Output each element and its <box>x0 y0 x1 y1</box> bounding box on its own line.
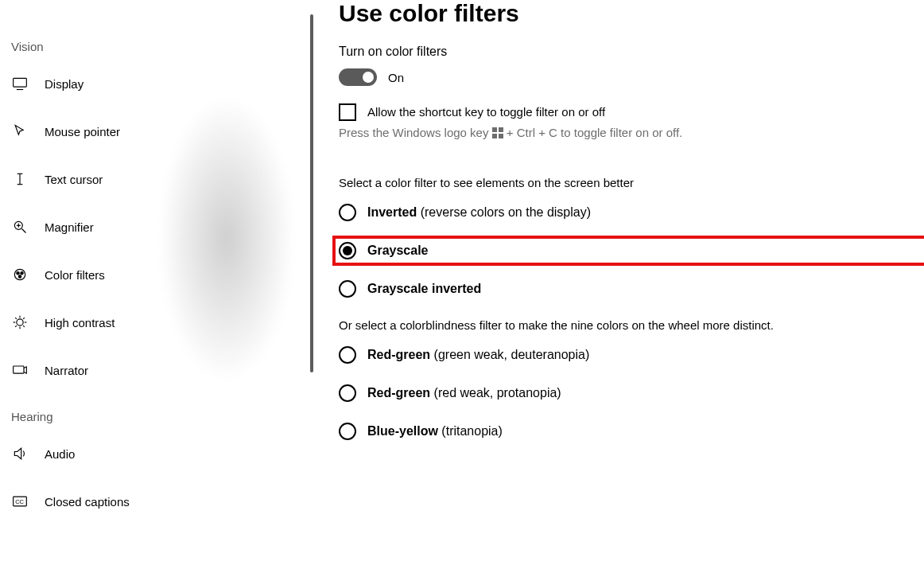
narrator-icon <box>11 361 29 379</box>
svg-line-18 <box>15 318 17 319</box>
sidebar-item-color-filters[interactable]: Color filters <box>0 251 318 298</box>
svg-point-10 <box>17 272 19 275</box>
sidebar-item-label: Text cursor <box>45 173 103 186</box>
page-title: Use color filters <box>339 0 924 27</box>
toggle-state-label: On <box>388 71 404 84</box>
color-filters-icon <box>11 266 29 283</box>
mouse-pointer-icon <box>11 123 29 140</box>
radio-indicator <box>339 242 356 259</box>
svg-point-11 <box>21 272 23 275</box>
sidebar-item-high-contrast[interactable]: High contrast <box>0 298 318 346</box>
sidebar-item-label: Magnifier <box>45 220 94 234</box>
sidebar-item-label: Display <box>45 77 83 91</box>
settings-content: Use color filters Turn on color filters … <box>318 0 924 573</box>
radio-label: Blue-yellow (tritanopia) <box>367 424 503 439</box>
settings-sidebar: Vision Display Mouse pointer Text cursor… <box>0 0 318 573</box>
svg-rect-26 <box>499 127 503 132</box>
sidebar-scrollbar[interactable] <box>310 14 313 372</box>
sidebar-item-mouse-pointer[interactable]: Mouse pointer <box>0 107 318 155</box>
svg-rect-25 <box>492 127 497 132</box>
radio-indicator <box>339 204 356 221</box>
svg-line-21 <box>15 325 17 327</box>
radio-label: Grayscale <box>367 244 429 258</box>
shortcut-hint: Press the Windows logo key + Ctrl + C to… <box>339 126 924 139</box>
svg-text:CC: CC <box>15 498 24 505</box>
svg-line-20 <box>23 318 25 319</box>
radio-deuteranopia[interactable]: Red-green (green weak, deuteranopia) <box>339 346 924 364</box>
sidebar-group-vision: Vision <box>0 24 318 60</box>
svg-rect-0 <box>14 78 27 87</box>
sidebar-item-text-cursor[interactable]: Text cursor <box>0 155 318 203</box>
svg-rect-28 <box>499 134 503 138</box>
sidebar-item-label: Color filters <box>45 268 105 282</box>
audio-icon <box>11 445 29 462</box>
high-contrast-icon <box>11 314 29 331</box>
sidebar-item-label: Mouse pointer <box>45 125 120 138</box>
text-cursor-icon <box>11 170 29 188</box>
sidebar-item-audio[interactable]: Audio <box>0 430 318 477</box>
radio-indicator <box>339 346 356 364</box>
shortcut-checkbox[interactable] <box>339 103 356 121</box>
radio-label: Red-green (red weak, protanopia) <box>367 386 561 400</box>
toggle-knob <box>363 72 374 83</box>
sidebar-item-closed-captions[interactable]: CC Closed captions <box>0 477 318 525</box>
sidebar-item-narrator[interactable]: Narrator <box>0 346 318 394</box>
svg-line-6 <box>22 229 26 233</box>
sidebar-item-label: Narrator <box>45 364 88 377</box>
magnifier-icon <box>11 218 29 236</box>
color-filter-section: Select a color filter to see elements on… <box>339 176 924 298</box>
radio-protanopia[interactable]: Red-green (red weak, protanopia) <box>339 384 924 402</box>
radio-label: Inverted (reverse colors on the display) <box>367 205 591 220</box>
sidebar-item-label: Closed captions <box>45 495 130 509</box>
radio-inverted[interactable]: Inverted (reverse colors on the display) <box>339 204 924 221</box>
svg-rect-27 <box>492 134 497 138</box>
radio-indicator <box>339 384 356 402</box>
svg-point-13 <box>17 319 23 325</box>
radio-indicator <box>339 280 356 298</box>
colorblind-heading: Or select a colorblindness filter to mak… <box>339 318 784 332</box>
radio-grayscale[interactable]: Grayscale <box>339 242 924 259</box>
sidebar-group-hearing: Hearing <box>0 394 318 430</box>
radio-indicator <box>339 423 356 440</box>
colorblind-section: Or select a colorblindness filter to mak… <box>339 318 924 440</box>
radio-grayscale-inverted[interactable]: Grayscale inverted <box>339 280 924 298</box>
windows-key-icon <box>492 127 503 138</box>
svg-line-19 <box>23 325 25 327</box>
radio-tritanopia[interactable]: Blue-yellow (tritanopia) <box>339 423 924 440</box>
toggle-heading: Turn on color filters <box>339 45 924 59</box>
shortcut-checkbox-label: Allow the shortcut key to toggle filter … <box>367 103 605 121</box>
color-filter-heading: Select a color filter to see elements on… <box>339 176 784 189</box>
sidebar-item-magnifier[interactable]: Magnifier <box>0 203 318 251</box>
svg-rect-22 <box>14 366 24 373</box>
color-filters-toggle[interactable] <box>339 68 377 86</box>
display-icon <box>11 75 29 92</box>
svg-point-12 <box>18 275 21 278</box>
sidebar-item-label: High contrast <box>45 316 115 329</box>
closed-captions-icon: CC <box>11 493 29 510</box>
sidebar-item-display[interactable]: Display <box>0 60 318 107</box>
sidebar-item-label: Audio <box>45 447 75 461</box>
radio-label: Red-green (green weak, deuteranopia) <box>367 348 589 362</box>
highlight-box: Grayscale <box>332 236 924 266</box>
radio-label: Grayscale inverted <box>367 282 481 296</box>
